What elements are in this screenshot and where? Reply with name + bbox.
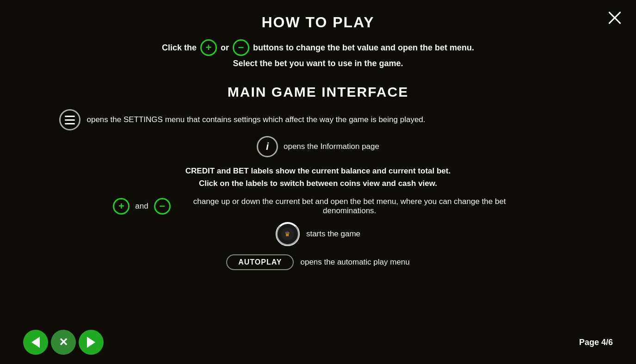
spin-icon: ♛ [276, 222, 300, 246]
plus-icon: + [200, 39, 217, 56]
settings-row: opens the SETTINGS menu that contains se… [41, 109, 596, 130]
info-row: i opens the Information page [41, 136, 596, 157]
credit-bet-row: CREDIT and BET labels show the current b… [185, 165, 451, 190]
plus-minus-description: change up or down the current bet and op… [176, 197, 523, 216]
spin-inner: ♛ [281, 228, 294, 241]
info-icon: i [257, 136, 278, 157]
autoplay-row: AUTOPLAY opens the automatic play menu [226, 254, 410, 270]
settings-icon [59, 109, 80, 130]
intro-prefix: Click the [162, 43, 197, 53]
info-text: opens the Information page [284, 142, 379, 151]
plus-btn-icon: + [113, 198, 130, 215]
credit-bet-text-2: Click on the labels to switch between co… [199, 179, 437, 188]
section-title: MAIN GAME INTERFACE [228, 84, 408, 100]
spin-text: starts the game [306, 229, 360, 239]
autoplay-text: opens the automatic play menu [300, 258, 409, 267]
spin-row: ♛ starts the game [276, 222, 360, 246]
minus-icon: − [233, 39, 249, 56]
intro-line-2: Select the bet you want to use in the ga… [233, 59, 403, 68]
autoplay-label: AUTOPLAY [238, 258, 282, 266]
crown-icon: ♛ [284, 230, 290, 238]
plus-minus-row: + and − change up or down the current be… [41, 197, 596, 216]
credit-bet-text-strong: CREDIT and BET labels show the current b… [185, 167, 451, 175]
intro-or: or [221, 43, 229, 53]
autoplay-button[interactable]: AUTOPLAY [226, 254, 294, 270]
intro-suffix: buttons to change the bet value and open… [253, 43, 474, 53]
close-button[interactable] [605, 7, 625, 28]
minus-btn-icon: − [154, 198, 171, 215]
page-title: HOW TO PLAY [261, 14, 374, 31]
settings-text: opens the SETTINGS menu that contains se… [87, 115, 426, 124]
main-content: HOW TO PLAY Click the + or − buttons to … [0, 0, 636, 364]
and-label: and [135, 202, 148, 211]
intro-line-1: Click the + or − buttons to change the b… [162, 39, 474, 56]
